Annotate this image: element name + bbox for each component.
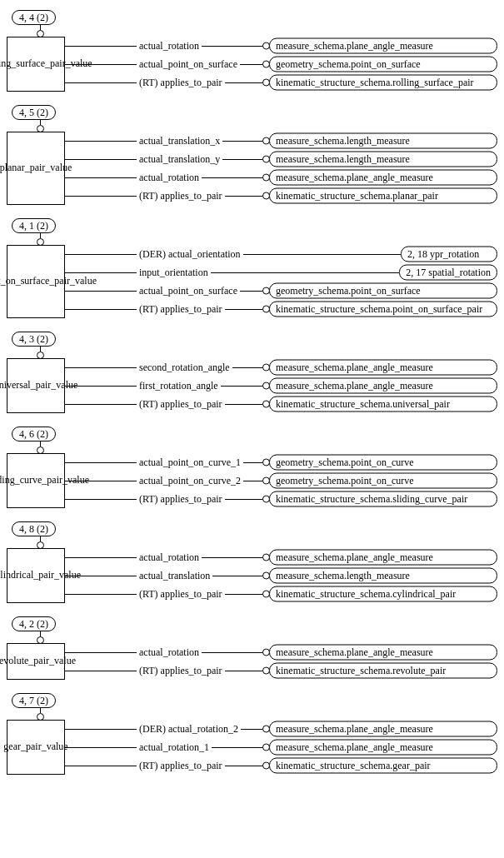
attribute-target: kinematic_structure_schema.universal_pai…	[269, 397, 497, 412]
attribute-label: actual_translation	[137, 570, 212, 582]
attribute-label: (RT) applies_to_pair	[137, 665, 225, 677]
entity-row: *rolling_surface_pair_valueactual_rotati…	[7, 37, 497, 92]
attribute-target-wrap: kinematic_structure_schema.sliding_curve…	[262, 491, 497, 507]
attribute-target: measure_schema.length_measure	[269, 133, 497, 149]
attribute-row: (RT) applies_to_pairkinematic_structure_…	[65, 756, 497, 775]
entity-block: 4, 3 (2)universal_pair_valuesecond_rotat…	[7, 332, 497, 413]
attribute-label: actual_point_on_curve_1	[137, 456, 243, 469]
attribute-target-wrap: 2, 17 spatial_rotation	[399, 265, 497, 281]
attribute-target: measure_schema.plane_angle_measure	[269, 645, 497, 661]
page-reference: 4, 2 (2)	[12, 616, 56, 631]
entity-row: gear_pair_value(DER) actual_rotation_2me…	[7, 720, 497, 775]
attribute-target: measure_schema.plane_angle_measure	[269, 38, 497, 54]
attribute-label: actual_point_on_curve_2	[137, 475, 243, 487]
attribute-label: actual_translation_y	[137, 153, 222, 166]
attribute-label: actual_point_on_surface	[137, 58, 240, 71]
attribute-label: second_rotation_angle	[137, 362, 232, 374]
attribute-row: actual_point_on_curve_1geometry_schema.p…	[65, 453, 497, 471]
attribute-target: kinematic_structure_schema.sliding_curve…	[269, 491, 497, 507]
attribute-target: geometry_schema.point_on_curve	[269, 473, 497, 489]
attribute-target: measure_schema.length_measure	[269, 568, 497, 584]
attribute-label: actual_translation_x	[137, 135, 222, 147]
attribute-target-wrap: 2, 18 ypr_rotation	[401, 247, 497, 262]
page-reference: 4, 3 (2)	[12, 332, 56, 347]
attribute-row: (DER) actual_orientation2, 18 ypr_rotati…	[65, 245, 497, 263]
attribute-label: actual_rotation	[137, 172, 202, 184]
attribute-target: kinematic_structure_schema.point_on_surf…	[269, 302, 497, 317]
attribute-target: measure_schema.plane_angle_measure	[269, 378, 497, 394]
attribute-label: (RT) applies_to_pair	[137, 493, 225, 506]
attribute-target-wrap: kinematic_structure_schema.rolling_surfa…	[262, 75, 497, 91]
attributes-container: actual_point_on_curve_1geometry_schema.p…	[65, 453, 497, 508]
attribute-label: (DER) actual_rotation_2	[137, 723, 241, 736]
entity-box: gear_pair_value	[7, 720, 65, 775]
attribute-label: (DER) actual_orientation	[137, 248, 243, 261]
attribute-target-wrap: geometry_schema.point_on_curve	[262, 473, 497, 489]
attributes-container: actual_rotationmeasure_schema.plane_angl…	[65, 643, 497, 680]
attribute-target: measure_schema.plane_angle_measure	[269, 170, 497, 186]
attribute-target: kinematic_structure_schema.planar_pair	[269, 188, 497, 204]
attribute-row: (RT) applies_to_pairkinematic_structure_…	[65, 395, 497, 413]
entity-box: revolute_pair_value	[7, 643, 65, 680]
entity-block: 4, 6 (2)*sliding_curve_pair_valueactual_…	[7, 427, 497, 508]
attribute-target: kinematic_structure_schema.cylindrical_p…	[269, 586, 497, 602]
entity-box: universal_pair_value	[7, 358, 65, 413]
attribute-target-wrap: measure_schema.plane_angle_measure	[262, 360, 497, 376]
entity-box: planar_pair_value	[7, 132, 65, 205]
attribute-label: actual_rotation	[137, 40, 202, 52]
attribute-target-wrap: measure_schema.length_measure	[262, 568, 497, 584]
entity-box: cylindrical_pair_value	[7, 548, 65, 603]
attribute-target: measure_schema.plane_angle_measure	[269, 740, 497, 756]
attribute-label: actual_rotation	[137, 646, 202, 659]
attributes-container: actual_rotationmeasure_schema.plane_angl…	[65, 548, 497, 603]
entity-row: *point_on_surface_pair_value(DER) actual…	[7, 245, 497, 318]
attribute-row: actual_translationmeasure_schema.length_…	[65, 566, 497, 585]
attribute-target-wrap: kinematic_structure_schema.gear_pair	[262, 758, 497, 774]
attribute-target: geometry_schema.point_on_surface	[269, 57, 497, 72]
attribute-label: (RT) applies_to_pair	[137, 303, 225, 316]
attribute-row: actual_rotationmeasure_schema.plane_angl…	[65, 548, 497, 566]
entity-block: 4, 4 (2)*rolling_surface_pair_valueactua…	[7, 10, 497, 92]
attribute-row: (RT) applies_to_pairkinematic_structure_…	[65, 490, 497, 508]
attribute-row: second_rotation_anglemeasure_schema.plan…	[65, 358, 497, 377]
entity-block: 4, 8 (2)cylindrical_pair_valueactual_rot…	[7, 521, 497, 603]
attribute-label: (RT) applies_to_pair	[137, 190, 225, 202]
attribute-label: (RT) applies_to_pair	[137, 760, 225, 772]
attribute-target-wrap: geometry_schema.point_on_surface	[262, 283, 497, 299]
attributes-container: actual_rotationmeasure_schema.plane_angl…	[65, 37, 497, 92]
attribute-label: (RT) applies_to_pair	[137, 77, 225, 89]
attribute-row: (RT) applies_to_pairkinematic_structure_…	[65, 187, 497, 205]
page-reference: 4, 4 (2)	[12, 10, 56, 25]
page-reference: 4, 8 (2)	[12, 521, 56, 536]
entity-block: 4, 2 (2)revolute_pair_valueactual_rotati…	[7, 616, 497, 680]
attributes-container: (DER) actual_rotation_2measure_schema.pl…	[65, 720, 497, 775]
attribute-target-wrap: measure_schema.plane_angle_measure	[262, 38, 497, 54]
entity-block: 4, 5 (2)planar_pair_valueactual_translat…	[7, 105, 497, 205]
attribute-row: actual_rotationmeasure_schema.plane_angl…	[65, 643, 497, 661]
attributes-container: second_rotation_anglemeasure_schema.plan…	[65, 358, 497, 413]
entity-box: *sliding_curve_pair_value	[7, 453, 65, 508]
entity-row: *sliding_curve_pair_valueactual_point_on…	[7, 453, 497, 508]
entity-box: *rolling_surface_pair_value	[7, 37, 65, 92]
attribute-target: kinematic_structure_schema.gear_pair	[269, 758, 497, 774]
entity-block: 4, 1 (2)*point_on_surface_pair_value(DER…	[7, 218, 497, 318]
attribute-target-wrap: measure_schema.length_measure	[262, 133, 497, 149]
attribute-target-wrap: geometry_schema.point_on_curve	[262, 455, 497, 471]
attribute-target-wrap: measure_schema.plane_angle_measure	[262, 170, 497, 186]
attribute-target-wrap: kinematic_structure_schema.universal_pai…	[262, 397, 497, 412]
attribute-row: (RT) applies_to_pairkinematic_structure_…	[65, 585, 497, 603]
attribute-target: kinematic_structure_schema.revolute_pair	[269, 663, 497, 679]
attribute-label: actual_point_on_surface	[137, 285, 240, 297]
attribute-target-wrap: measure_schema.plane_angle_measure	[262, 550, 497, 566]
attribute-label: input_orientation	[137, 267, 211, 279]
attribute-row: (RT) applies_to_pairkinematic_structure_…	[65, 661, 497, 680]
attribute-target: measure_schema.length_measure	[269, 152, 497, 167]
entity-row: cylindrical_pair_valueactual_rotationmea…	[7, 548, 497, 603]
attribute-target-wrap: measure_schema.length_measure	[262, 152, 497, 167]
attribute-target-wrap: kinematic_structure_schema.cylindrical_p…	[262, 586, 497, 602]
attribute-target: measure_schema.plane_angle_measure	[269, 360, 497, 376]
attribute-row: (RT) applies_to_pairkinematic_structure_…	[65, 300, 497, 318]
attribute-label: (RT) applies_to_pair	[137, 588, 225, 601]
attribute-target: measure_schema.plane_angle_measure	[269, 550, 497, 566]
attribute-target-wrap: measure_schema.plane_angle_measure	[262, 378, 497, 394]
